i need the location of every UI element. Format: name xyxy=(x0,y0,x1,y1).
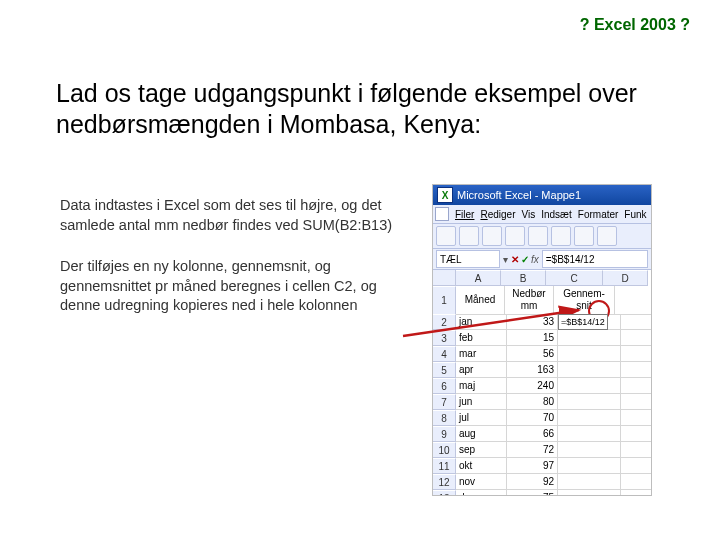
cell-A[interactable]: jan xyxy=(456,314,507,330)
toolbar-button[interactable] xyxy=(574,226,594,246)
cell-B[interactable]: 163 xyxy=(507,362,558,378)
cell-A[interactable]: nov xyxy=(456,474,507,490)
cell-D[interactable] xyxy=(621,490,652,496)
cell-D[interactable] xyxy=(621,362,652,378)
cell-D[interactable] xyxy=(621,442,652,458)
cancel-icon[interactable]: ✕ xyxy=(511,254,519,265)
row-head[interactable]: 13 xyxy=(433,490,456,496)
file-menu-icon[interactable] xyxy=(435,207,449,221)
menu-formater[interactable]: Formater xyxy=(578,209,619,220)
cell-D[interactable] xyxy=(621,330,652,346)
row-head[interactable]: 3 xyxy=(433,330,456,346)
cell-C[interactable] xyxy=(558,314,621,330)
cell-B[interactable]: 97 xyxy=(507,458,558,474)
select-all-corner[interactable] xyxy=(433,270,456,286)
cell-C[interactable] xyxy=(558,378,621,394)
toolbar-button[interactable] xyxy=(528,226,548,246)
cell-B[interactable]: 70 xyxy=(507,410,558,426)
cell-B[interactable]: 75 xyxy=(507,490,558,496)
cell-D[interactable] xyxy=(621,346,652,362)
cell-C[interactable] xyxy=(558,442,621,458)
cell-C[interactable] xyxy=(558,426,621,442)
cell-A[interactable]: feb xyxy=(456,330,507,346)
cell-A[interactable]: aug xyxy=(456,426,507,442)
row-head[interactable]: 10 xyxy=(433,442,456,458)
formula-bar: TÆL ▾ ✕ ✓ fx =$B$14/12 xyxy=(433,249,651,270)
cell-D1[interactable] xyxy=(615,286,652,315)
cell-C[interactable] xyxy=(558,362,621,378)
cell-B[interactable]: 15 xyxy=(507,330,558,346)
enter-icon[interactable]: ✓ xyxy=(521,254,529,265)
table-row: 9aug66 xyxy=(433,426,651,442)
cell-B[interactable]: 92 xyxy=(507,474,558,490)
cell-A1[interactable]: Måned xyxy=(456,286,505,315)
cell-B[interactable]: 240 xyxy=(507,378,558,394)
cell-A[interactable]: sep xyxy=(456,442,507,458)
paragraph-1: Data indtastes i Excel som det ses til h… xyxy=(60,196,400,235)
col-C[interactable]: C xyxy=(546,270,603,286)
cell-C[interactable] xyxy=(558,330,621,346)
cell-B[interactable]: 56 xyxy=(507,346,558,362)
cell-B[interactable]: 80 xyxy=(507,394,558,410)
toolbar-button[interactable] xyxy=(551,226,571,246)
toolbar-button[interactable] xyxy=(459,226,479,246)
col-D[interactable]: D xyxy=(603,270,648,286)
menu-filer[interactable]: Filer xyxy=(455,209,474,220)
cell-C[interactable] xyxy=(558,346,621,362)
cell-D[interactable] xyxy=(621,378,652,394)
cell-A[interactable]: apr xyxy=(456,362,507,378)
cell-A[interactable]: okt xyxy=(456,458,507,474)
row-head[interactable]: 5 xyxy=(433,362,456,378)
fx-icon[interactable]: fx xyxy=(531,254,539,265)
cell-C1[interactable]: Gennem- snit xyxy=(554,286,615,315)
toolbar xyxy=(433,224,651,249)
cell-A[interactable]: dec xyxy=(456,490,507,496)
table-row: 12nov92 xyxy=(433,474,651,490)
row-head[interactable]: 6 xyxy=(433,378,456,394)
row-head[interactable]: 12 xyxy=(433,474,456,490)
cell-A[interactable]: maj xyxy=(456,378,507,394)
menubar: Filer Rediger Vis Indsæt Formater Funk xyxy=(433,205,651,224)
row-head[interactable]: 11 xyxy=(433,458,456,474)
menu-indsaet[interactable]: Indsæt xyxy=(541,209,572,220)
toolbar-button[interactable] xyxy=(436,226,456,246)
row-head[interactable]: 7 xyxy=(433,394,456,410)
col-A[interactable]: A xyxy=(456,270,501,286)
cell-A[interactable]: jul xyxy=(456,410,507,426)
cell-C[interactable] xyxy=(558,410,621,426)
toolbar-button[interactable] xyxy=(482,226,502,246)
cell-D[interactable] xyxy=(621,458,652,474)
row-head[interactable]: 2 xyxy=(433,314,456,330)
titlebar: X Microsoft Excel - Mappe1 xyxy=(433,185,651,205)
col-B[interactable]: B xyxy=(501,270,546,286)
cell-B1[interactable]: Nedbør mm xyxy=(505,286,554,315)
cell-D[interactable] xyxy=(621,394,652,410)
name-box[interactable]: TÆL xyxy=(436,250,500,268)
row-1-head[interactable]: 1 xyxy=(433,286,456,316)
table-row: 6maj240 xyxy=(433,378,651,394)
toolbar-button[interactable] xyxy=(597,226,617,246)
cell-A[interactable]: jun xyxy=(456,394,507,410)
menu-vis[interactable]: Vis xyxy=(522,209,536,220)
cell-C[interactable] xyxy=(558,474,621,490)
toolbar-button[interactable] xyxy=(505,226,525,246)
cell-B[interactable]: 72 xyxy=(507,442,558,458)
cell-B[interactable]: 33 xyxy=(507,314,558,330)
formula-input[interactable]: =$B$14/12 xyxy=(542,250,648,268)
cell-D[interactable] xyxy=(621,426,652,442)
namebox-dropdown-icon[interactable]: ▾ xyxy=(503,254,508,265)
cell-D[interactable] xyxy=(621,314,652,330)
row-head[interactable]: 9 xyxy=(433,426,456,442)
row-head[interactable]: 4 xyxy=(433,346,456,362)
table-row: 11okt97 xyxy=(433,458,651,474)
cell-D[interactable] xyxy=(621,474,652,490)
cell-C[interactable] xyxy=(558,458,621,474)
cell-C[interactable] xyxy=(558,490,621,496)
menu-rediger[interactable]: Rediger xyxy=(480,209,515,220)
menu-funk[interactable]: Funk xyxy=(624,209,646,220)
cell-C[interactable] xyxy=(558,394,621,410)
row-head[interactable]: 8 xyxy=(433,410,456,426)
cell-D[interactable] xyxy=(621,410,652,426)
cell-A[interactable]: mar xyxy=(456,346,507,362)
cell-B[interactable]: 66 xyxy=(507,426,558,442)
